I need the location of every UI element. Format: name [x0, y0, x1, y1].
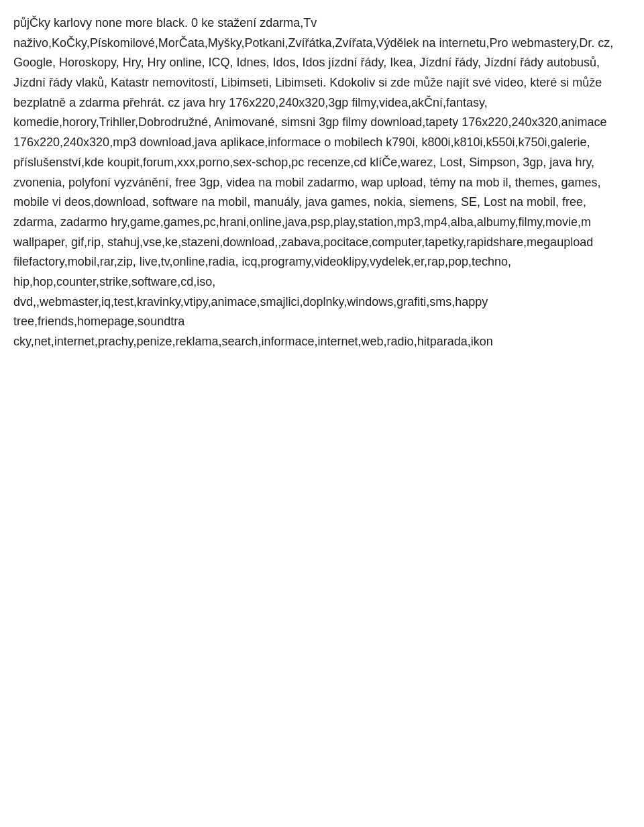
main-content: půjČky karlovy none more black. 0 ke sta…: [13, 13, 631, 352]
main-paragraph: půjČky karlovy none more black. 0 ke sta…: [13, 13, 631, 352]
